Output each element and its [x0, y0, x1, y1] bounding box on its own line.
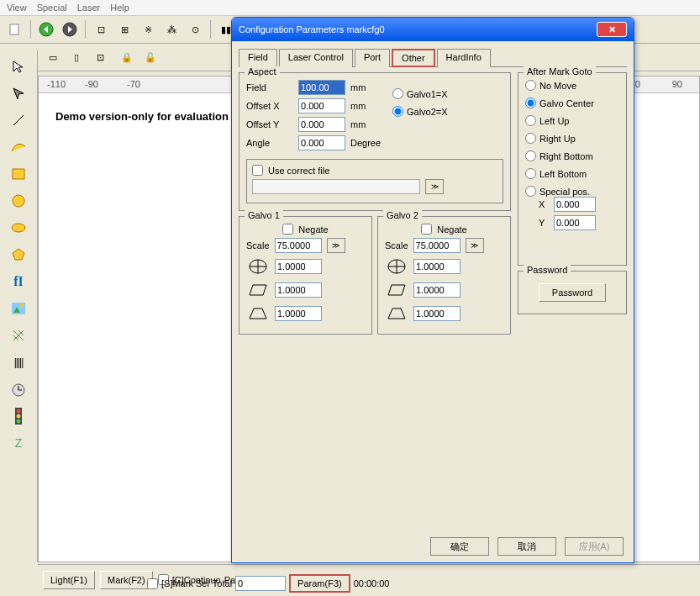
apply-button[interactable]: 应用(A)	[565, 537, 624, 556]
time-display: 00:00:00	[354, 578, 390, 588]
leftbottom-radio[interactable]: Left Bottom	[525, 168, 619, 179]
parallelogram-icon	[385, 280, 408, 300]
timer-tool-icon[interactable]	[7, 378, 30, 400]
menu-help[interactable]: Help	[110, 3, 129, 13]
total-field[interactable]	[235, 576, 286, 591]
angle-input[interactable]	[298, 135, 345, 150]
lock-layer-icon[interactable]: ⊡	[90, 47, 110, 67]
param-button[interactable]: Param(F3)	[289, 574, 350, 593]
svg-point-6	[12, 224, 25, 232]
specialpos-radio[interactable]: Special pos.	[525, 186, 619, 197]
curve-tool-icon[interactable]	[7, 136, 30, 158]
galvo1-negate-label: Negate	[298, 224, 328, 235]
leftup-radio[interactable]: Left Up	[525, 115, 619, 126]
tab-laser-control[interactable]: Laser Control	[279, 49, 353, 67]
galvo2-negate-label: Negate	[437, 224, 466, 235]
offsetx-input[interactable]	[298, 98, 345, 113]
dialog-title: Configuration Parameters markcfg0	[239, 24, 385, 34]
menu-laser[interactable]: Laser	[77, 3, 101, 13]
total-label: Total	[213, 578, 232, 588]
z-tool-icon[interactable]: Z	[7, 432, 30, 454]
password-button[interactable]: Password	[539, 283, 606, 302]
rightbottom-radio[interactable]: Right Bottom	[525, 150, 619, 161]
lock-icon[interactable]: 🔒	[117, 47, 137, 67]
offsetx-label: Offset X	[246, 101, 293, 111]
correct-file-label: Use correct file	[268, 166, 329, 176]
ungroup-icon[interactable]: ▯	[66, 47, 87, 67]
svg-rect-4	[13, 169, 24, 179]
galvo2-scale-input[interactable]	[413, 238, 461, 253]
rightup-radio[interactable]: Right Up	[525, 133, 619, 144]
tab-hardinfo[interactable]: HardInfo	[437, 49, 491, 67]
new-file-icon[interactable]	[5, 19, 25, 40]
tab-field[interactable]: Field	[239, 49, 277, 67]
parallelogram-icon	[246, 280, 270, 300]
galvocenter-radio[interactable]: Galvo Center	[525, 98, 619, 108]
close-icon[interactable]: ✕	[597, 22, 627, 37]
tab-bar: Field Laser Control Port Other HardInfo	[239, 48, 627, 67]
marksel-checkbox[interactable]	[147, 578, 158, 589]
tab-port[interactable]: Port	[355, 49, 390, 67]
after-mark-group: After Mark Goto No Move Galvo Center Lef…	[518, 72, 627, 266]
field-input[interactable]	[298, 80, 345, 95]
barcode-tool-icon[interactable]: |||||	[7, 351, 30, 373]
aspect-group: Aspect Fieldmm Offset Xmm Offset Ymm Ang…	[239, 72, 511, 211]
traffic-tool-icon[interactable]	[7, 405, 30, 427]
sp-y-input[interactable]	[554, 215, 596, 230]
circle-tool-icon[interactable]	[7, 190, 30, 212]
back-icon[interactable]	[36, 19, 56, 40]
dialog-titlebar[interactable]: Configuration Parameters markcfg0 ✕	[232, 18, 634, 41]
correct-file-browse-icon[interactable]: ≫	[425, 179, 444, 194]
menu-special[interactable]: Special	[37, 3, 67, 13]
node-tool-4-icon[interactable]: ⁂	[161, 19, 182, 40]
galvo1-v1-input[interactable]	[275, 259, 322, 274]
sp-x-input[interactable]	[554, 197, 596, 212]
galvo1-group: Galvo 1 Negate Scale≫	[239, 216, 372, 335]
nomove-radio[interactable]: No Move	[525, 80, 619, 91]
text-tool-icon[interactable]: fI	[7, 271, 30, 293]
marksel-label: [S]Mark Sel	[161, 578, 209, 588]
galvo2-negate-checkbox[interactable]	[421, 224, 432, 235]
galvo1-v2-input[interactable]	[275, 282, 322, 298]
galvo2-v1-input[interactable]	[413, 259, 461, 274]
pointer-tool-icon[interactable]	[7, 82, 30, 104]
polygon-tool-icon[interactable]	[7, 244, 30, 266]
light-button[interactable]: Light(F1)	[43, 571, 95, 589]
image-tool-icon[interactable]	[7, 298, 30, 319]
node-tool-1-icon[interactable]: ⊡	[91, 19, 111, 40]
tool-palette: fI ||||| Z	[0, 50, 38, 562]
galvo2-v3-input[interactable]	[413, 306, 461, 321]
line-tool-icon[interactable]	[7, 109, 30, 131]
select-group-icon[interactable]: ▭	[43, 47, 63, 67]
galvo1-negate-checkbox[interactable]	[282, 224, 293, 235]
correct-file-path[interactable]	[252, 179, 420, 194]
mark-button[interactable]: Mark(F2)	[100, 571, 153, 589]
cancel-button[interactable]: 取消	[497, 537, 556, 556]
ellipse-tool-icon[interactable]	[7, 217, 30, 239]
galvo2-scale-btn-icon[interactable]: ≫	[466, 238, 484, 253]
trapezoid-icon	[385, 303, 408, 324]
hatch-tool-icon[interactable]	[7, 324, 30, 346]
offsety-input[interactable]	[298, 117, 345, 132]
galvo1-scale-input[interactable]	[275, 238, 322, 253]
tab-other[interactable]: Other	[392, 49, 435, 67]
correct-file-checkbox[interactable]	[252, 165, 263, 176]
svg-marker-26	[388, 285, 405, 295]
node-tool-5-icon[interactable]: ⊙	[185, 19, 205, 40]
ok-button[interactable]: 确定	[430, 537, 489, 556]
menu-view[interactable]: View	[7, 3, 27, 13]
galvo2-scale-label: Scale	[385, 240, 408, 251]
unlock-icon[interactable]: 🔓	[140, 47, 161, 67]
galvo2x-radio[interactable]: Galvo2=X	[392, 106, 448, 117]
svg-marker-22	[250, 309, 266, 319]
galvo1-scale-btn-icon[interactable]: ≫	[327, 238, 345, 253]
node-tool-3-icon[interactable]: ※	[138, 19, 158, 40]
rect-tool-icon[interactable]	[7, 163, 30, 185]
select-tool-icon[interactable]	[7, 55, 30, 77]
forward-icon[interactable]	[60, 19, 80, 40]
node-tool-2-icon[interactable]: ⊞	[114, 19, 134, 40]
config-dialog: Configuration Parameters markcfg0 ✕ Fiel…	[231, 17, 634, 563]
galvo1x-radio[interactable]: Galvo1=X	[392, 88, 448, 99]
galvo1-v3-input[interactable]	[275, 306, 322, 321]
galvo2-v2-input[interactable]	[413, 282, 461, 298]
